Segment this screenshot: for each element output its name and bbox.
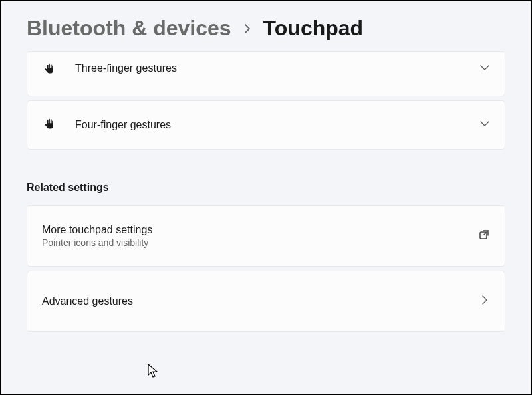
card-title: More touchpad settings <box>42 224 478 236</box>
gesture-card-three-finger[interactable]: Three-finger gestures <box>27 51 505 96</box>
breadcrumb-current: Touchpad <box>263 16 364 41</box>
card-title: Advanced gestures <box>42 295 479 307</box>
hand-icon <box>42 63 57 77</box>
breadcrumb: Bluetooth & devices Touchpad <box>27 1 505 51</box>
card-title: Three-finger gestures <box>75 63 479 74</box>
cursor-icon <box>148 364 160 382</box>
breadcrumb-parent[interactable]: Bluetooth & devices <box>27 16 231 41</box>
external-link-icon <box>478 229 490 243</box>
card-subtitle: Pointer icons and visibility <box>42 237 478 248</box>
related-card-advanced-gestures[interactable]: Advanced gestures <box>27 271 505 332</box>
hand-icon <box>42 118 57 132</box>
chevron-down-icon <box>479 63 490 76</box>
section-header-related: Related settings <box>27 182 505 194</box>
chevron-right-icon <box>242 23 253 34</box>
related-card-more-touchpad[interactable]: More touchpad settings Pointer icons and… <box>27 205 505 267</box>
card-title: Four-finger gestures <box>75 119 479 131</box>
chevron-right-icon <box>479 295 490 308</box>
gesture-card-four-finger[interactable]: Four-finger gestures <box>27 100 505 150</box>
chevron-down-icon <box>479 118 490 132</box>
